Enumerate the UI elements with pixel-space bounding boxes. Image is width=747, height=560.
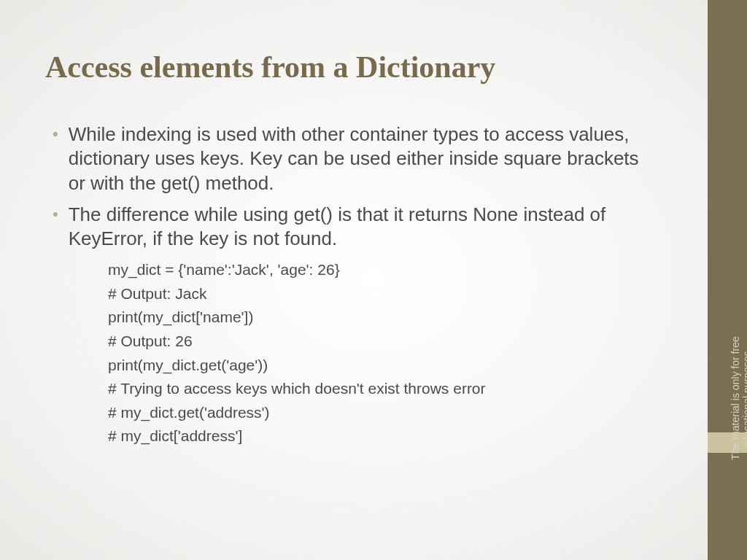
bullet-dot-icon: • [53,204,58,252]
slide-title: Access elements from a Dictionary [45,50,495,85]
slide-content: • While indexing is used with other cont… [53,122,658,448]
code-line: # my_dict.get('address') [108,401,658,425]
code-line: my_dict = {'name':'Jack', 'age': 26} [108,258,658,282]
code-line: print(my_dict.get('age')) [108,354,658,378]
slide: The material is only for free educationa… [0,0,747,560]
bullet-item: • While indexing is used with other cont… [53,122,658,195]
bullet-dot-icon: • [53,124,58,195]
code-line: # Trying to access keys which doesn't ex… [108,377,658,401]
code-line: # my_dict['address'] [108,424,658,448]
code-line: print(my_dict['name']) [108,306,658,330]
code-block: my_dict = {'name':'Jack', 'age': 26} # O… [108,258,658,448]
code-line: # Output: 26 [108,330,658,354]
code-line: # Output: Jack [108,282,658,306]
bullet-text: The difference while using get() is that… [69,203,658,252]
bullet-text: While indexing is used with other contai… [69,122,658,195]
sidebar-note: The material is only for free educationa… [729,318,747,478]
bullet-item: • The difference while using get() is th… [53,203,658,252]
